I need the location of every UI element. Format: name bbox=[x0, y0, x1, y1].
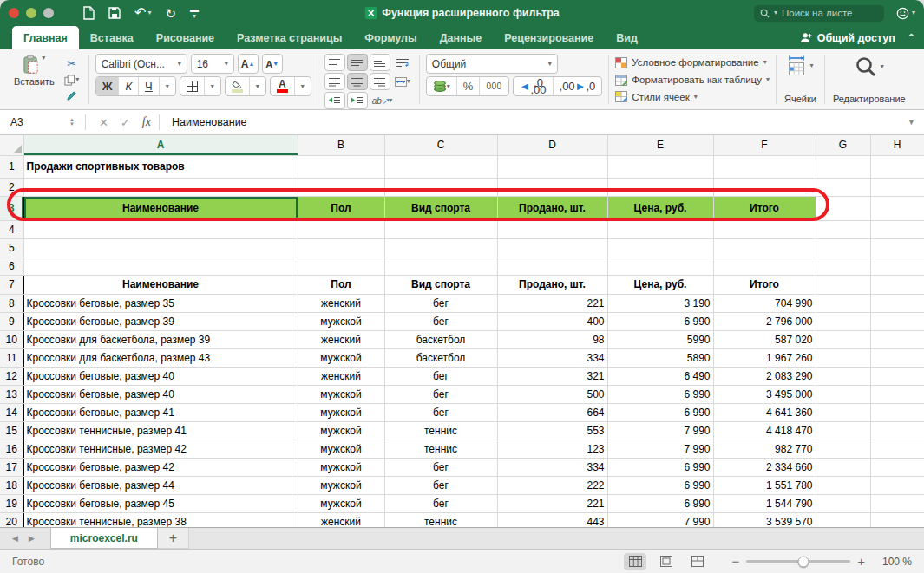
cell-D20[interactable]: 443 bbox=[497, 512, 607, 527]
cell-A8[interactable]: Кроссовки беговые, размер 35 bbox=[23, 294, 298, 312]
close-button[interactable] bbox=[9, 8, 19, 18]
cell-B10[interactable]: женский bbox=[298, 330, 384, 348]
redo-button[interactable]: ↻ bbox=[165, 7, 176, 20]
borders-menu-button[interactable]: ▾ bbox=[205, 77, 220, 95]
cell-C18[interactable]: бег bbox=[384, 476, 497, 494]
tab-Формулы[interactable]: Формулы bbox=[353, 26, 428, 49]
cell-E15[interactable]: 7 990 bbox=[607, 421, 713, 440]
cell-C13[interactable]: бег bbox=[384, 385, 497, 403]
cell-B9[interactable]: мужской bbox=[298, 312, 384, 330]
cell-E3[interactable]: Цена, руб. bbox=[607, 196, 713, 220]
fill-color-button[interactable] bbox=[226, 77, 250, 95]
cell-G14[interactable] bbox=[816, 403, 870, 421]
cell-E14[interactable]: 6 990 bbox=[607, 403, 713, 421]
cancel-entry-button[interactable]: ✕ bbox=[93, 116, 115, 129]
paste-button[interactable]: ▾ Вставить bbox=[10, 54, 58, 106]
align-right-button[interactable] bbox=[370, 73, 390, 90]
search-box[interactable]: ▾ bbox=[754, 5, 884, 22]
column-header-H[interactable]: H bbox=[870, 135, 924, 155]
cell-G10[interactable] bbox=[816, 330, 870, 348]
formula-input[interactable]: Наименование bbox=[167, 116, 247, 128]
cell-C7[interactable]: Вид спорта bbox=[384, 275, 497, 294]
cell-H14[interactable] bbox=[870, 403, 924, 421]
cell-E1[interactable] bbox=[607, 155, 713, 178]
editing-button[interactable]: ▾ bbox=[855, 55, 884, 78]
cell-C16[interactable]: теннис bbox=[384, 440, 497, 458]
align-left-button[interactable] bbox=[324, 73, 345, 90]
cell-C5[interactable] bbox=[384, 238, 497, 257]
page-layout-view-button[interactable] bbox=[655, 553, 678, 570]
cell-H11[interactable] bbox=[870, 348, 924, 367]
cell-F7[interactable]: Итого bbox=[713, 275, 816, 294]
cell-H1[interactable] bbox=[870, 155, 924, 178]
cell-H13[interactable] bbox=[870, 385, 924, 403]
quick-access-menu-button[interactable]: ▬▾ bbox=[190, 7, 199, 20]
cell-E13[interactable]: 6 990 bbox=[607, 385, 713, 403]
cell-H9[interactable] bbox=[870, 312, 924, 330]
cut-button[interactable]: ✂ bbox=[62, 55, 82, 72]
cell-H8[interactable] bbox=[870, 294, 924, 312]
cell-H17[interactable] bbox=[870, 458, 924, 476]
column-header-D[interactable]: D bbox=[497, 135, 607, 155]
minimize-button[interactable] bbox=[26, 8, 36, 18]
cell-F16[interactable]: 982 770 bbox=[713, 440, 816, 458]
cell-B2[interactable] bbox=[298, 178, 384, 196]
cell-A10[interactable]: Кроссовки для баскетбола, размер 39 bbox=[23, 330, 298, 348]
cell-B17[interactable]: мужской bbox=[298, 458, 384, 476]
cell-F12[interactable]: 2 083 290 bbox=[713, 367, 816, 385]
cell-G11[interactable] bbox=[816, 348, 870, 367]
cell-D16[interactable]: 123 bbox=[497, 440, 607, 458]
zoom-in-button[interactable]: + bbox=[857, 554, 865, 569]
cell-G19[interactable] bbox=[816, 494, 870, 512]
tab-Вставка[interactable]: Вставка bbox=[79, 26, 145, 49]
save-button[interactable] bbox=[108, 7, 121, 19]
share-button[interactable]: Общий доступ bbox=[799, 32, 895, 44]
align-middle-button[interactable] bbox=[347, 54, 368, 71]
cell-B3[interactable]: Пол bbox=[298, 196, 384, 220]
cell-G17[interactable] bbox=[816, 458, 870, 476]
cell-A16[interactable]: Кроссовки теннисные, размер 42 bbox=[23, 440, 298, 458]
cell-A1[interactable]: Продажи спортивных товаров bbox=[23, 155, 298, 178]
cell-H4[interactable] bbox=[870, 220, 924, 238]
cell-B12[interactable]: женский bbox=[298, 367, 384, 385]
cell-D14[interactable]: 664 bbox=[497, 403, 607, 421]
row-header-20[interactable]: 20 bbox=[0, 512, 23, 527]
cell-F17[interactable]: 2 334 660 bbox=[713, 458, 816, 476]
zoom-slider-knob[interactable] bbox=[798, 556, 809, 567]
tab-Разметка страницы[interactable]: Разметка страницы bbox=[226, 26, 353, 49]
cell-F18[interactable]: 1 551 780 bbox=[713, 476, 816, 494]
undo-button[interactable]: ↶▾ bbox=[134, 6, 151, 20]
cell-G18[interactable] bbox=[816, 476, 870, 494]
decrease-decimal-button[interactable]: ,00►,0 bbox=[554, 77, 602, 95]
cell-A4[interactable] bbox=[23, 220, 298, 238]
cell-F4[interactable] bbox=[713, 220, 816, 238]
cell-E2[interactable] bbox=[607, 178, 713, 196]
cell-A20[interactable]: Кроссовки теннисные, размер 38 bbox=[23, 512, 298, 527]
cell-G3[interactable] bbox=[816, 196, 870, 220]
cell-H20[interactable] bbox=[870, 512, 924, 527]
confirm-entry-button[interactable]: ✓ bbox=[115, 116, 136, 129]
cell-D8[interactable]: 221 bbox=[497, 294, 607, 312]
cell-C1[interactable] bbox=[384, 155, 497, 178]
cell-A12[interactable]: Кроссовки беговые, размер 40 bbox=[23, 367, 298, 385]
collapse-ribbon-button[interactable]: ⌃ bbox=[908, 32, 915, 43]
bold-button[interactable]: Ж bbox=[96, 77, 120, 95]
cell-F6[interactable] bbox=[713, 257, 816, 275]
cell-B16[interactable]: мужской bbox=[298, 440, 384, 458]
cell-C3[interactable]: Вид спорта bbox=[384, 196, 497, 220]
cell-D6[interactable] bbox=[497, 257, 607, 275]
zoom-slider[interactable] bbox=[746, 560, 850, 563]
align-bottom-button[interactable] bbox=[370, 54, 390, 71]
cell-A6[interactable] bbox=[23, 257, 298, 275]
row-header-11[interactable]: 11 bbox=[0, 348, 23, 367]
cell-B5[interactable] bbox=[298, 238, 384, 257]
cell-B8[interactable]: женский bbox=[298, 294, 384, 312]
cell-F8[interactable]: 704 990 bbox=[713, 294, 816, 312]
fill-handle[interactable] bbox=[295, 218, 298, 221]
name-box[interactable]: A3 ▲▼ bbox=[7, 116, 78, 128]
cell-E12[interactable]: 6 490 bbox=[607, 367, 713, 385]
cell-F13[interactable]: 3 495 000 bbox=[713, 385, 816, 403]
cell-F15[interactable]: 4 418 470 bbox=[713, 421, 816, 440]
cell-A15[interactable]: Кроссовки теннисные, размер 41 bbox=[23, 421, 298, 440]
cell-D11[interactable]: 334 bbox=[497, 348, 607, 367]
